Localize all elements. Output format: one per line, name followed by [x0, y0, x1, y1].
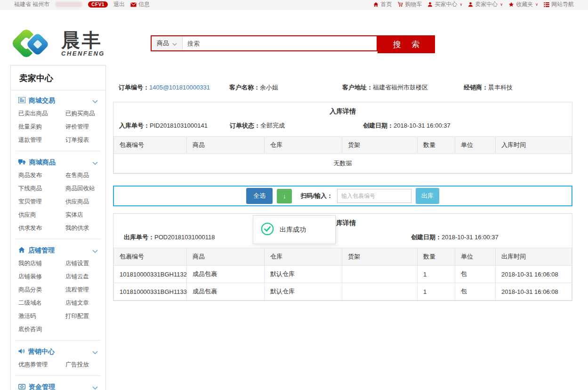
inbound-no-label: 入库单号：	[119, 122, 150, 129]
section-header-shop[interactable]: 店铺管理	[17, 245, 99, 259]
nav-home[interactable]: 首页	[373, 0, 392, 8]
nav-seller-center[interactable]: 卖家中心 ∨	[468, 0, 503, 8]
sidebar-link[interactable]: 在售商品	[65, 171, 98, 179]
order-no-link[interactable]: 1405@101810000331	[149, 84, 210, 91]
sidebar-link[interactable]: 我的店铺	[18, 260, 65, 268]
main-content: 订单编号：1405@101810000331 客户名称：余小姐 客户地址：福建省…	[113, 78, 572, 301]
chevron-down-icon	[92, 247, 98, 254]
sidebar-link[interactable]: 下线商品	[18, 185, 65, 193]
section-header-marketing[interactable]: 营销中心	[17, 347, 99, 360]
sidebar-link[interactable]: 批量采购	[18, 123, 65, 131]
sidebar-link[interactable]: 商品发布	[18, 171, 65, 179]
sidebar-link[interactable]: 店铺设置	[65, 260, 98, 268]
sidebar-link[interactable]: 宝贝管理	[18, 198, 65, 206]
customer-name-value: 余小姐	[260, 84, 278, 91]
inbound-table: 包裹编号 商品 仓库 货架 数量 单位 入库时间 无数据	[113, 136, 572, 173]
download-arrow-button[interactable]: ↓	[277, 189, 292, 203]
customer-name-label: 客户名称：	[229, 84, 260, 91]
chevron-down-icon	[92, 383, 98, 390]
outbound-no-label: 出库单号：	[124, 234, 154, 241]
sidebar-link[interactable]: 店铺文章	[65, 299, 98, 307]
sidebar-link[interactable]: 实体店	[65, 211, 98, 219]
sidebar-link[interactable]: 优惠券管理	[18, 361, 65, 369]
sidebar-link[interactable]: 已卖出商品	[18, 110, 65, 118]
chevron-down-icon	[92, 159, 98, 166]
star-icon	[508, 2, 514, 7]
sidebar-link[interactable]: 订单报表	[65, 136, 98, 144]
dealer-label: 经销商：	[464, 84, 488, 91]
action-bar: 全选 ↓ 扫码/输入： 出库	[113, 186, 572, 206]
redacted-phone	[55, 2, 82, 7]
col-unit: 单位	[455, 248, 496, 266]
sidebar-link[interactable]: 供应商	[18, 211, 65, 219]
sidebar-title: 卖家中心	[11, 65, 105, 90]
search-category-select[interactable]: 商品	[152, 36, 183, 50]
col-inbound-time: 入库时间	[496, 137, 572, 154]
cell-product: 成品包裹	[187, 283, 265, 301]
sidebar-link[interactable]: 店铺云盘	[65, 273, 98, 281]
col-warehouse: 仓库	[265, 137, 342, 154]
nav-buyer-center[interactable]: 买家中心 ∨	[427, 0, 462, 8]
outbound-no-value: POD20181031000118	[154, 234, 215, 241]
search-input[interactable]	[183, 36, 377, 50]
sidebar-link[interactable]: 底价咨询	[18, 325, 65, 333]
col-shelf: 货架	[342, 137, 418, 154]
sidebar-link[interactable]: 流程管理	[65, 286, 98, 294]
outbound-title: 出库详情	[113, 214, 572, 230]
sidebar-link[interactable]: 商品回收站	[65, 185, 98, 193]
sidebar-link[interactable]: 评价管理	[65, 123, 98, 131]
location-text: 福建省 福州市	[14, 0, 49, 8]
divider	[16, 375, 101, 376]
sidebar-link[interactable]: 商品分类	[18, 286, 65, 294]
sidebar-link[interactable]: 退款管理	[18, 136, 65, 144]
logo-mark-icon	[11, 25, 55, 61]
logout-link[interactable]: 退出	[113, 0, 125, 8]
chevron-down-icon	[92, 348, 98, 356]
sidebar-link[interactable]: 店铺装修	[18, 273, 65, 281]
sidebar-section-funds: 资金管理 余额查询 余额充值 余额提取 余额转账 拆单流水 拆单报价 设计包月 …	[11, 377, 105, 390]
chevron-down-icon: ∨	[500, 2, 503, 7]
sidebar-link[interactable]: 我的供求	[65, 224, 98, 232]
col-package-no: 包裹编号	[114, 137, 187, 154]
sidebar-section-shop: 店铺管理 我的店铺 店铺设置 店铺装修 店铺云盘 商品分类 流程管理 二级域名 …	[11, 240, 105, 339]
sidebar-link[interactable]: 供求发布	[18, 224, 65, 232]
money-icon	[18, 383, 25, 390]
toast-text: 出库成功	[280, 226, 306, 234]
message-link[interactable]: 信息	[130, 0, 150, 8]
col-unit: 单位	[455, 137, 496, 154]
inbound-panel: 入库详情 入库单号：PID20181031000141 订单状态：全部完成 创建…	[113, 102, 572, 174]
table-row: 101810000331BGH1132 成品包裹 默认仓库 1 包 2018-1…	[114, 266, 572, 283]
col-product: 商品	[187, 137, 265, 154]
select-all-button[interactable]: 全选	[246, 188, 273, 204]
search-button[interactable]: 搜 索	[378, 35, 435, 53]
col-qty: 数量	[418, 137, 455, 154]
scan-input-label: 扫码/输入：	[300, 192, 333, 200]
inbound-title: 入库详情	[113, 102, 572, 118]
check-circle-icon	[260, 222, 274, 237]
nav-cart[interactable]: 购物车	[397, 0, 422, 8]
section-header-goods[interactable]: 商城商品	[17, 157, 99, 171]
section-header-trade[interactable]: 商城交易	[17, 96, 99, 109]
package-no-input[interactable]	[337, 189, 411, 203]
sidebar-link[interactable]: 供应商品	[65, 198, 98, 206]
cell-unit: 包	[455, 283, 496, 301]
sidebar-link[interactable]: 二级域名	[18, 299, 65, 307]
home-icon	[373, 2, 379, 7]
cart-icon	[397, 2, 403, 7]
sidebar-link[interactable]: 激活码	[18, 312, 65, 320]
divider	[16, 239, 101, 239]
section-header-funds[interactable]: 资金管理	[17, 382, 99, 390]
chevron-down-icon: ∨	[459, 2, 462, 7]
cell-warehouse: 默认仓库	[265, 266, 342, 283]
customer-address-label: 客户地址：	[342, 84, 373, 91]
nav-site-map[interactable]: 网站导航	[544, 0, 574, 8]
sidebar-link[interactable]: 广告投放	[65, 361, 98, 369]
col-outbound-time: 出库时间	[496, 248, 572, 266]
user-icon	[468, 2, 473, 7]
outbound-created-value: 2018-10-31 16:00:37	[442, 234, 499, 241]
nav-favorites[interactable]: 收藏夹 ∨	[508, 0, 538, 8]
sidebar-link[interactable]: 打印配置	[65, 312, 98, 320]
logo[interactable]: 晨丰 CHENFENG	[11, 25, 105, 61]
outbound-button[interactable]: 出库	[416, 188, 439, 204]
sidebar-link[interactable]: 已购买商品	[65, 110, 98, 118]
